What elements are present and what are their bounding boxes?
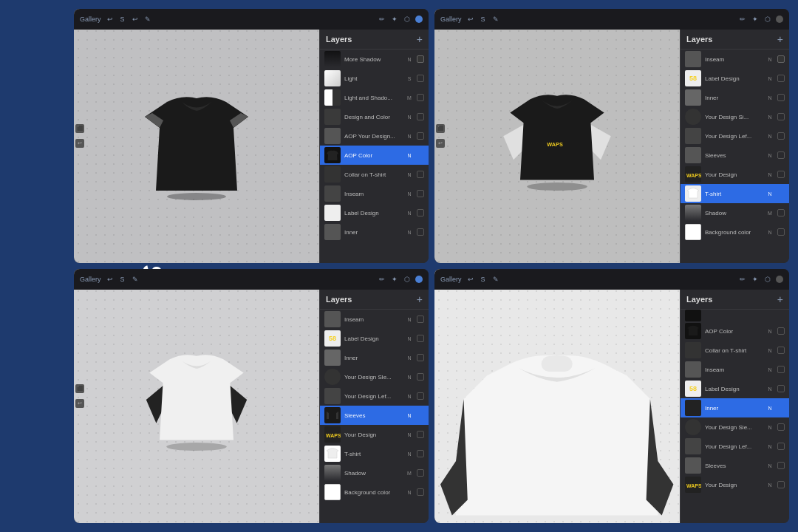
edit-icon-4[interactable]: ✎ [491,275,500,284]
layers-add-3[interactable]: + [417,293,423,305]
layer-check[interactable] [777,190,785,197]
gallery-link-1[interactable]: Gallery [80,16,101,23]
layer-item[interactable]: Collar on T-shirt N [320,165,429,184]
edit-icon-3[interactable]: ✎ [131,275,140,284]
layer-check[interactable] [417,354,424,361]
layer-check[interactable] [417,335,424,342]
layer-item[interactable]: Collar on T-shirt N [681,341,789,360]
layer-check[interactable] [417,373,424,381]
redo-icon-4[interactable]: S [479,275,488,284]
layer-item[interactable]: 58 Label Design N [320,329,429,348]
feather-icon-4[interactable]: ✦ [751,275,760,284]
layer-item[interactable]: 58 Label Design N [681,379,789,398]
nav-icon-3a[interactable]: ⬛ [75,384,84,393]
layer-check[interactable] [417,190,424,197]
undo-icon-2[interactable]: ↩ [466,15,475,24]
undo-icon-3[interactable]: ↩ [106,275,115,284]
layer-item[interactable]: More Shadow N [320,50,429,69]
layer-check[interactable] [777,113,785,120]
layer-item[interactable]: Background color N [681,222,789,242]
layer-check[interactable] [417,151,424,159]
layer-item[interactable]: Light S [320,69,429,88]
layer-check[interactable] [777,132,785,140]
layer-item[interactable]: Your Design Sle... N [320,367,429,386]
layer-check[interactable] [777,327,785,335]
layer-item[interactable]: Inner N [320,222,429,242]
layer-item-active[interactable]: Sleeves N [320,406,429,425]
layer-item[interactable]: WAPS Your Design N [681,165,789,184]
layer-item[interactable]: Shadow M [681,203,789,222]
feather-icon-3[interactable]: ✦ [390,275,399,284]
redo-icon-3[interactable]: S [118,275,127,284]
layer-check[interactable] [417,132,424,140]
layer-check[interactable] [417,94,424,101]
layer-check[interactable] [777,228,785,236]
layer-item[interactable]: Sleeves N [681,456,789,475]
layer-check[interactable] [777,55,785,63]
layer-item-active[interactable]: T-shirt N [681,184,789,203]
layer-check[interactable] [777,443,785,450]
layer-check[interactable] [777,366,785,373]
gallery-link-2[interactable]: Gallery [440,16,462,23]
layer-check[interactable] [777,94,785,101]
layer-check[interactable] [417,75,424,82]
edit-icon-2[interactable]: ✎ [491,15,500,24]
layer-check[interactable] [777,385,785,392]
layer-check[interactable] [777,209,785,216]
nav-icon-3b[interactable]: ↩ [75,399,84,408]
layer-check[interactable] [777,75,785,82]
layer-item[interactable]: WAPS Your Design N [681,475,789,494]
layers-add-1[interactable]: + [417,33,423,45]
layer-check[interactable] [777,481,785,488]
gallery-link-3[interactable]: Gallery [80,276,101,283]
layer-check[interactable] [777,462,785,469]
pencil-icon-1[interactable]: ✏ [378,15,386,24]
layers-add-4[interactable]: + [777,293,783,305]
layer-item-active[interactable]: Inner N [681,398,789,417]
layer-item[interactable]: Sleeves N [681,146,789,165]
layer-check[interactable] [777,404,785,412]
feather-icon-2[interactable]: ✦ [751,15,760,24]
nav-icon-1b[interactable]: ↩ [75,139,84,148]
layer-item[interactable]: Your Design Si... N [681,107,789,126]
layer-check[interactable] [417,469,424,477]
layer-check[interactable] [417,171,424,178]
layer-item[interactable]: Your Design Sle... N [681,417,789,437]
edit-icon-1[interactable]: ✎ [143,15,152,24]
layer-item[interactable]: Inner N [681,88,789,107]
layer-item[interactable]: AOP Your Design... N [320,126,429,146]
layer-check[interactable] [417,316,424,323]
nav-icon-2a[interactable]: ⬛ [436,124,445,133]
layer-item[interactable]: Label Design N [320,203,429,222]
undo-icon-1[interactable]: ↩ [106,15,115,24]
layer-check[interactable] [417,55,424,63]
layer-check[interactable] [417,450,424,457]
layer-item[interactable]: Shadow M [320,463,429,482]
layer-check[interactable] [777,423,785,431]
layer-check[interactable] [777,151,785,159]
layer-item[interactable]: Background color N [320,482,429,502]
layer-item[interactable]: Design and Color N [320,107,429,126]
pencil-icon-2[interactable]: ✏ [738,15,747,24]
layer-item[interactable]: T-shirt N [320,444,429,463]
pencil-icon-4[interactable]: ✏ [738,275,747,284]
nav-icon-1a[interactable]: ⬛ [75,124,84,133]
layer-check[interactable] [777,171,785,178]
layer-item[interactable]: Your Design Lef... N [681,437,789,456]
pen-icon-4[interactable]: ⬡ [763,275,772,284]
pen-icon-2[interactable]: ⬡ [763,15,772,24]
layer-item[interactable]: Inseam N [320,184,429,203]
layer-check[interactable] [777,347,785,354]
undo-icon-4[interactable]: ↩ [466,275,475,284]
layer-item[interactable]: Your Design Lef... N [320,386,429,406]
layers-add-2[interactable]: + [777,33,783,45]
layer-check[interactable] [417,228,424,236]
redo-icon-1[interactable]: S [118,15,127,24]
pen-icon-1[interactable]: ⬡ [403,15,412,24]
layer-item[interactable]: Light and Shado... M [320,88,429,107]
layer-item[interactable] [681,310,789,321]
layer-item[interactable]: Inner N [320,348,429,367]
layer-item[interactable]: Inseam N [681,360,789,379]
redo-icon-2[interactable]: S [479,15,488,24]
gallery-link-4[interactable]: Gallery [440,276,462,283]
